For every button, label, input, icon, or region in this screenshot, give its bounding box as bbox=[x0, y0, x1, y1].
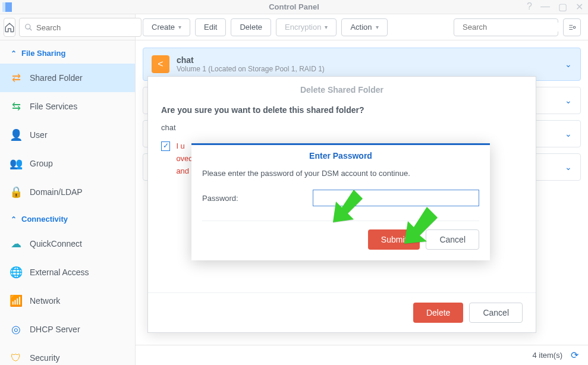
create-button[interactable]: Create bbox=[143, 18, 190, 36]
action-button[interactable]: Action bbox=[341, 18, 387, 36]
content-footer: 4 item(s) ⟳ bbox=[136, 345, 588, 365]
sidebar-item-label: File Services bbox=[30, 102, 77, 111]
chevron-down-icon[interactable]: ⌄ bbox=[565, 59, 572, 69]
help-icon[interactable]: ? bbox=[527, 1, 532, 12]
sidebar-item-icon: 🛡 bbox=[10, 351, 23, 364]
sidebar-item-icon: 👥 bbox=[10, 157, 23, 170]
sidebar-item-icon: 🌐 bbox=[10, 266, 23, 279]
chevron-up-icon: ⌃ bbox=[11, 215, 17, 224]
list-gear-icon bbox=[568, 23, 576, 32]
delete-confirm-button[interactable]: Delete bbox=[413, 303, 463, 323]
chevron-down-icon[interactable]: ⌄ bbox=[565, 162, 572, 172]
sidebar-item-icon: ⇆ bbox=[10, 100, 23, 113]
home-button[interactable] bbox=[4, 18, 15, 37]
share-icon: < bbox=[152, 55, 169, 73]
edit-button[interactable]: Edit bbox=[195, 18, 226, 36]
close-icon[interactable]: ✕ bbox=[576, 1, 583, 12]
toolbar: Create Edit Delete Encryption Action bbox=[136, 14, 588, 40]
titlebar: Control Panel ? — ▢ ✕ bbox=[0, 0, 588, 14]
delete-folder-name: chat bbox=[161, 123, 523, 132]
sidebar: ⌃ File Sharing ⇄Shared Folder⇆File Servi… bbox=[0, 14, 136, 365]
item-count: 4 item(s) bbox=[532, 351, 562, 360]
sidebar-group-label: Connectivity bbox=[21, 215, 68, 224]
sidebar-item-icon: 📶 bbox=[10, 294, 23, 307]
svg-line-1 bbox=[30, 29, 32, 31]
sidebar-item-icon: ⇄ bbox=[10, 71, 23, 84]
sidebar-item-label: DHCP Server bbox=[30, 325, 80, 334]
sidebar-item-label: Domain/LDAP bbox=[30, 187, 83, 197]
search-icon bbox=[24, 23, 33, 32]
sidebar-item-label: QuickConnect bbox=[30, 239, 82, 248]
sidebar-group-connectivity[interactable]: ⌃ Connectivity bbox=[0, 206, 135, 229]
minimize-icon[interactable]: — bbox=[540, 1, 550, 12]
svg-point-0 bbox=[26, 24, 30, 29]
maximize-icon[interactable]: ▢ bbox=[558, 1, 567, 12]
sidebar-item-external-access[interactable]: 🌐External Access bbox=[0, 258, 135, 287]
delete-question: Are you sure you want to delete this sha… bbox=[161, 105, 523, 115]
sidebar-item-icon: ☁ bbox=[10, 237, 23, 250]
sidebar-item-label: User bbox=[30, 130, 48, 140]
sidebar-item-shared-folder[interactable]: ⇄Shared Folder bbox=[0, 64, 135, 92]
svg-marker-4 bbox=[404, 207, 438, 244]
ack-checkbox[interactable]: ✓ bbox=[161, 141, 170, 151]
chevron-down-icon[interactable]: ⌄ bbox=[565, 96, 572, 105]
sidebar-item-security[interactable]: 🛡Security bbox=[0, 344, 135, 365]
toolbar-search[interactable] bbox=[454, 18, 558, 36]
folder-subtitle: Volume 1 (Located on Storage Pool 1, RAI… bbox=[177, 65, 558, 73]
sidebar-item-dhcp-server[interactable]: ◎DHCP Server bbox=[0, 315, 135, 344]
sidebar-item-file-services[interactable]: ⇆File Services bbox=[0, 92, 135, 121]
sidebar-item-label: External Access bbox=[30, 268, 89, 277]
password-label: Password: bbox=[202, 194, 303, 203]
sidebar-item-label: Security bbox=[30, 353, 60, 363]
reload-icon[interactable]: ⟳ bbox=[571, 350, 578, 361]
sidebar-item-label: Shared Folder bbox=[30, 73, 83, 83]
sidebar-item-group[interactable]: 👥Group bbox=[0, 149, 135, 178]
app-icon bbox=[2, 2, 12, 12]
password-dialog-title: Enter Password bbox=[191, 145, 490, 164]
sidebar-item-label: Network bbox=[30, 296, 60, 306]
password-message: Please enter the password of your DSM ac… bbox=[202, 169, 479, 178]
sidebar-search[interactable] bbox=[19, 18, 142, 37]
sidebar-item-icon: ◎ bbox=[10, 323, 23, 336]
chevron-down-icon[interactable]: ⌄ bbox=[565, 129, 572, 139]
svg-marker-3 bbox=[333, 190, 363, 222]
sidebar-group-file-sharing[interactable]: ⌃ File Sharing bbox=[0, 40, 135, 64]
toolbar-search-input[interactable] bbox=[463, 23, 562, 32]
delete-button[interactable]: Delete bbox=[231, 18, 271, 36]
dialog-title: Delete Shared Folder bbox=[148, 77, 536, 100]
sidebar-item-domain-ldap[interactable]: 🔒Domain/LDAP bbox=[0, 178, 135, 206]
sidebar-item-label: Group bbox=[30, 159, 53, 168]
sidebar-item-quickconnect[interactable]: ☁QuickConnect bbox=[0, 229, 135, 258]
sidebar-item-icon: 👤 bbox=[10, 128, 23, 141]
sidebar-search-input[interactable] bbox=[36, 23, 136, 32]
sidebar-group-label: File Sharing bbox=[21, 49, 65, 58]
svg-point-2 bbox=[573, 26, 576, 29]
home-icon bbox=[4, 22, 15, 33]
delete-cancel-button[interactable]: Cancel bbox=[469, 303, 523, 323]
encryption-button[interactable]: Encryption bbox=[276, 18, 337, 36]
arrow-annotation bbox=[321, 187, 363, 230]
settings-list-button[interactable] bbox=[563, 18, 581, 36]
folder-name: chat bbox=[177, 55, 558, 65]
arrow-annotation bbox=[397, 207, 439, 250]
chevron-up-icon: ⌃ bbox=[11, 49, 17, 58]
sidebar-item-user[interactable]: 👤User bbox=[0, 121, 135, 149]
window-title: Control Panel bbox=[269, 2, 319, 11]
sidebar-item-icon: 🔒 bbox=[10, 185, 23, 199]
sidebar-item-network[interactable]: 📶Network bbox=[0, 287, 135, 315]
